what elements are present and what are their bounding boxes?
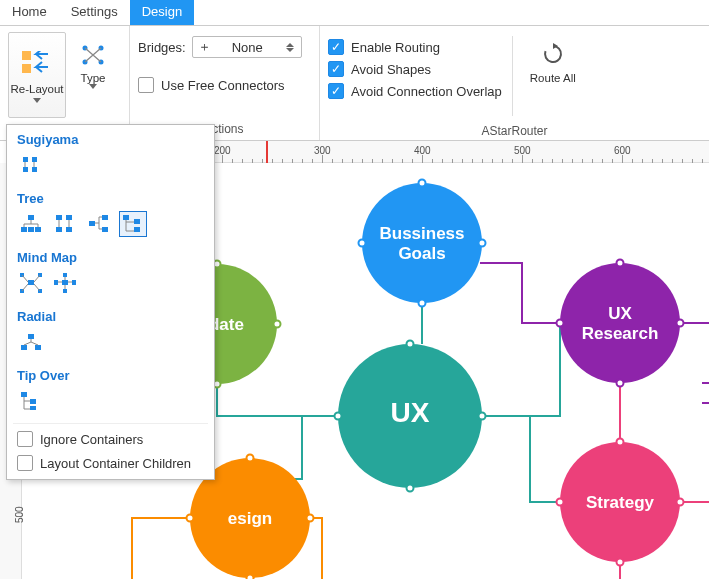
svg-point-41 [617,559,624,566]
svg-point-24 [557,320,564,327]
svg-point-12 [362,183,482,303]
svg-point-23 [617,380,624,387]
svg-rect-48 [28,215,34,220]
layout-children-checkbox[interactable] [17,455,33,471]
node-ux[interactable]: UX [335,341,486,492]
svg-rect-58 [102,227,108,232]
tree-option-1[interactable] [17,211,45,237]
bridges-label: Bridges: [138,40,186,55]
svg-rect-74 [35,345,41,350]
svg-point-34 [247,455,254,462]
svg-rect-59 [123,215,129,220]
mindmap-option-2[interactable] [51,270,79,296]
bridges-value: None [232,40,263,55]
avoid-overlap-checkbox[interactable] [328,83,344,99]
svg-rect-49 [21,227,27,232]
tree-option-2[interactable] [51,211,79,237]
caret-down-icon [89,84,97,89]
svg-rect-1 [22,64,31,73]
svg-rect-68 [54,280,58,285]
tree-option-4[interactable] [119,211,147,237]
svg-point-42 [557,499,564,506]
svg-point-18 [479,240,486,247]
svg-rect-77 [30,406,36,410]
bridges-select[interactable]: ＋ None [192,36,302,58]
svg-rect-54 [56,227,62,232]
enable-routing-label: Enable Routing [351,40,440,55]
ignore-containers-label: Ignore Containers [40,432,143,447]
svg-text:Bussiness: Bussiness [379,224,464,243]
svg-point-43 [677,499,684,506]
tab-settings[interactable]: Settings [59,0,130,25]
dd-heading-tree: Tree [7,184,214,211]
svg-point-29 [407,485,414,492]
svg-point-37 [307,515,314,522]
refresh-icon [541,42,565,69]
type-icon [79,44,107,69]
node-uxresearch[interactable]: UXResearch [557,260,684,387]
svg-rect-55 [66,227,72,232]
svg-rect-46 [23,167,28,172]
svg-rect-71 [63,289,67,293]
svg-point-30 [335,413,342,420]
svg-text:Strategy: Strategy [586,493,655,512]
svg-rect-69 [72,280,76,285]
freeconnectors-label: Use Free Connectors [161,78,285,93]
svg-point-22 [617,260,624,267]
svg-point-11 [274,321,281,328]
freeconnectors-checkbox[interactable] [138,77,154,93]
node-strategy[interactable]: Strategy [557,439,684,566]
mindmap-option-1[interactable] [17,270,45,296]
dd-heading-tipover: Tip Over [7,361,214,388]
svg-rect-62 [28,280,34,285]
tab-bar: Home Settings Design [0,0,709,26]
relayout-button[interactable]: Re-Layout [8,32,66,118]
sugiyama-option-1[interactable] [17,152,45,178]
svg-rect-45 [32,157,37,162]
svg-rect-47 [32,167,37,172]
svg-text:esign: esign [228,509,272,528]
svg-point-40 [617,439,624,446]
plus-icon: ＋ [198,38,211,56]
svg-point-17 [359,240,366,247]
svg-rect-72 [28,334,34,339]
tab-home[interactable]: Home [0,0,59,25]
svg-text:UX: UX [608,304,632,323]
tipover-option-1[interactable] [17,388,45,414]
ignore-containers-checkbox[interactable] [17,431,33,447]
tree-option-3[interactable] [85,211,113,237]
dd-heading-mindmap: Mind Map [7,243,214,270]
svg-point-28 [407,341,414,348]
tab-design[interactable]: Design [130,0,194,25]
svg-text:Goals: Goals [398,244,445,263]
svg-rect-51 [35,227,41,232]
svg-rect-50 [28,227,34,232]
svg-rect-60 [134,219,140,224]
svg-text:Research: Research [582,324,659,343]
radial-option-1[interactable] [17,329,45,355]
route-all-label: Route All [530,72,576,84]
svg-rect-53 [66,215,72,220]
relayout-icon [21,47,53,79]
svg-rect-67 [62,280,68,285]
type-label: Type [81,72,106,84]
svg-rect-75 [21,392,27,397]
spinner-icon [284,43,296,52]
svg-point-15 [419,180,426,187]
svg-rect-56 [89,221,95,226]
dd-heading-radial: Radial [7,302,214,329]
caret-down-icon [33,98,41,103]
node-business[interactable]: BussinessGoals [359,180,486,307]
svg-point-31 [479,413,486,420]
route-all-button[interactable]: Route All [523,42,583,84]
type-button[interactable]: Type [72,44,114,89]
avoid-shapes-checkbox[interactable] [328,61,344,77]
svg-rect-44 [23,157,28,162]
enable-routing-checkbox[interactable] [328,39,344,55]
svg-rect-0 [22,51,31,60]
svg-text:UX: UX [391,397,430,428]
layout-children-label: Layout Container Children [40,456,191,471]
avoid-shapes-label: Avoid Shapes [351,62,431,77]
svg-rect-57 [102,215,108,220]
dd-heading-sugiyama: Sugiyama [7,125,214,152]
